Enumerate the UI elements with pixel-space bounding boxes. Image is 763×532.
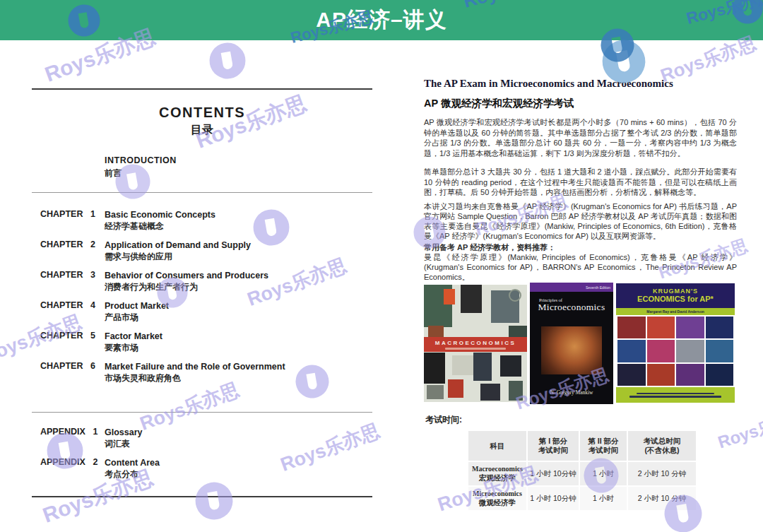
toc-row-chapter-5: CHAPTER 5 Factor Market要素市场	[40, 331, 372, 353]
table-cell-micro-total: 2 小时 10 分钟	[628, 487, 696, 510]
toc-introduction-label: INTRODUCTION	[105, 155, 177, 165]
chapter-title-en: Product Market	[105, 300, 372, 312]
macro-cover-author-bar	[445, 348, 506, 350]
chapter-label: CHAPTER 1	[40, 209, 105, 232]
toc-row-chapter-3: CHAPTER 3 Behavior of Consumers and Prod…	[40, 270, 372, 292]
pages-content: CONTENTS 目录 INTRODUCTION 前言 CHAPTER 1 Ba…	[0, 0, 763, 532]
appendix-title-en: Glossary	[105, 427, 372, 438]
exam-paragraph-2: 简单题部分总计 3 大题共 30 分，包括 1 道大题和 2 道小题，踩点赋分。…	[424, 167, 737, 198]
exam-paragraph-3: 本讲义习题均来自克鲁格曼《AP 经济学》(Krugman's Economics…	[424, 201, 737, 241]
toc-row-chapter-6: CHAPTER 6 Market Failure and the Role of…	[40, 361, 372, 384]
appendix-title-cn: 词汇表	[105, 438, 372, 449]
chapter-label: CHAPTER 3	[40, 270, 105, 292]
table-cell-macro-part2: 1 小时	[580, 462, 627, 485]
appendix-label: APPENDIX 1	[40, 427, 105, 449]
toc-row-appendix-2: APPENDIX 2 Content Area考点分布	[40, 457, 372, 480]
table-header-part2: 第 II 部分考试时间	[580, 431, 627, 461]
toc-divider-1	[32, 192, 372, 193]
krugman-cover-title-line2: ECONOMICS for AP*	[637, 295, 714, 304]
table-cell-micro-part1: 1 小时 10分钟	[528, 487, 579, 510]
chapter-label: CHAPTER 5	[40, 331, 105, 353]
table-cell-macro-part1: 1 小时 10分钟	[528, 462, 579, 485]
appendix-label: APPENDIX 2	[40, 457, 105, 480]
chapter-title-en: Factor Market	[105, 331, 372, 342]
macro-cover-publisher-logo-icon	[509, 289, 521, 302]
book-cover-macroeconomics: MACROECONOMICS	[424, 285, 527, 402]
chapter-title-en: Basic Economic Concepts	[105, 209, 372, 220]
krugman-cover-title-line1: KRUGMAN'S	[653, 288, 698, 295]
exam-paragraph-1: AP 微观经济学和宏观经济学考试时长都是两个小时多（70 mins + 60 m…	[424, 117, 737, 158]
krugman-cover-smalltext-bar	[629, 396, 721, 398]
chapter-label: CHAPTER 6	[40, 361, 105, 384]
toc-row-chapter-4: CHAPTER 4 Product Market产品市场	[40, 300, 372, 323]
document-canvas: AP经济–讲义 CONTENTS 目录 INTRODUCTION 前言 CHAP…	[0, 0, 763, 532]
table-header-subject: 科目	[468, 431, 526, 461]
chapter-label: CHAPTER 4	[40, 300, 105, 323]
chapter-title-en: Application of Demand and Supply	[105, 240, 372, 251]
book-cover-krugmans-economics-for-ap: KRUGMAN'S ECONOMICS for AP* Margaret Ray…	[616, 283, 735, 403]
exam-paragraph-4-body: 曼昆《经济学原理》(Mankiw, Principles of Economic…	[424, 252, 737, 282]
toc-row-chapter-2: CHAPTER 2 Application of Demand and Supp…	[40, 240, 372, 262]
chapter-title-cn: 市场失灵和政府角色	[105, 372, 372, 384]
chapter-title-cn: 消费者行为和生产者行为	[105, 281, 372, 292]
toc-appendix-list: APPENDIX 1 Glossary词汇表 APPENDIX 2 Conten…	[40, 427, 372, 487]
toc-introduction: INTRODUCTION 前言	[105, 155, 177, 179]
micro-cover-edition-band: Seventh Edition	[530, 283, 613, 292]
toc-chapter-list: CHAPTER 1 Basic Economic Concepts经济学基础概念…	[40, 209, 372, 391]
macro-cover-title: MACROECONOMICS	[435, 340, 516, 346]
toc-row-chapter-1: CHAPTER 1 Basic Economic Concepts经济学基础概念	[40, 209, 372, 232]
table-cell-micro-part2: 1 小时	[580, 487, 627, 510]
exam-time-table: 科目 第 I 部分考试时间 第 II 部分考试时间 考试总时间(不含休息) Ma…	[468, 431, 696, 510]
table-cell-macro-total: 2 小时 10 分钟	[628, 462, 696, 485]
krugman-cover-bottom-band	[616, 387, 735, 403]
krugman-cover-photo-grid	[617, 317, 733, 386]
exam-paragraph-4-heading: 常用备考 AP 经济学教材，资料推荐：	[424, 242, 737, 252]
table-header-part1: 第 I 部分考试时间	[528, 431, 579, 461]
table-header-total: 考试总时间(不含休息)	[628, 431, 696, 461]
table-cell-macro-subject: Macroeconomics 宏观经济学	[468, 462, 526, 485]
appendix-title-cn: 考点分布	[105, 468, 372, 480]
krugman-cover-smalltext-bar	[637, 393, 714, 395]
micro-cover-edition: Seventh Edition	[586, 285, 610, 290]
chapter-title-en: Behavior of Consumers and Producers	[105, 270, 372, 281]
krugman-cover-byline: Margaret Ray and David Anderson	[616, 308, 735, 315]
chapter-title-cn: 需求与供给的应用	[105, 251, 372, 262]
appendix-title-en: Content Area	[105, 457, 372, 468]
exam-page-text: The AP Exam in Microeconomics and Macroe…	[424, 76, 737, 282]
micro-cover-title: Microeconomics	[530, 302, 613, 313]
micro-cover-painting	[541, 326, 602, 374]
toc-introduction-label-cn: 前言	[105, 167, 177, 179]
exam-time-label: 考试时间:	[425, 414, 462, 426]
chapter-label: CHAPTER 2	[40, 240, 105, 262]
toc-top-rule	[32, 88, 372, 90]
toc-heading-en: CONTENTS	[32, 105, 372, 121]
chapter-title-en: Market Failure and the Role of Governmen…	[105, 361, 372, 372]
micro-cover-author: N. Gregory Mankiw	[530, 389, 613, 396]
toc-heading-cn: 目录	[32, 123, 372, 138]
chapter-title-cn: 产品市场	[105, 312, 372, 323]
macro-cover-title-band: MACROECONOMICS	[424, 337, 527, 352]
textbook-covers-image: MACROECONOMICS Seventh Edition Principle…	[424, 283, 735, 405]
exam-title-en: The AP Exam in Microeconomics and Macroe…	[424, 76, 737, 90]
toc-heading: CONTENTS 目录	[32, 105, 372, 138]
book-cover-principles-of-microeconomics: Seventh Edition Principles of Microecono…	[530, 283, 613, 404]
toc-divider-2	[32, 412, 372, 413]
krugman-cover-title-band: KRUGMAN'S ECONOMICS for AP*	[616, 283, 735, 308]
toc-row-appendix-1: APPENDIX 1 Glossary词汇表	[40, 427, 372, 449]
chapter-title-cn: 经济学基础概念	[105, 220, 372, 232]
table-cell-micro-subject: Microeconomics 微观经济学	[468, 487, 526, 510]
exam-title-cn: AP 微观经济学和宏观经济学考试	[424, 96, 737, 110]
toc-bottom-rule	[32, 496, 372, 497]
chapter-title-cn: 要素市场	[105, 342, 372, 353]
